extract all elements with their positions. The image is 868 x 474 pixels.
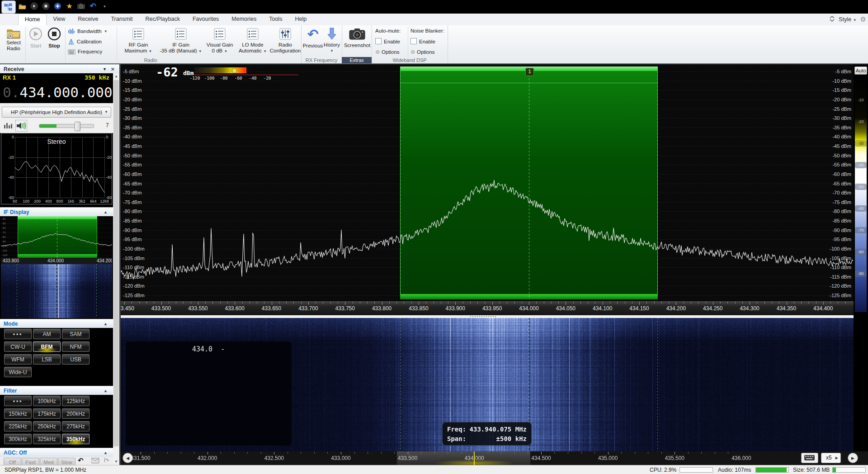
nav-scroll-right-button[interactable]: ▶ [848, 453, 858, 463]
mode-button-wideu[interactable]: Wide-U [4, 367, 32, 377]
mode-button-bfm[interactable]: BFM [33, 341, 61, 352]
screenshot-button[interactable]: Screenshot [344, 28, 371, 48]
automute-options-button[interactable]: ⚙ Options [375, 49, 400, 55]
filter-button-100khz[interactable]: 100kHz [33, 396, 61, 406]
noise-blanker-enable-checkbox[interactable]: Enable [410, 38, 435, 44]
colour-gradient-bar[interactable] [855, 78, 867, 312]
mute-speaker-button[interactable] [15, 120, 27, 132]
favourites-star-icon[interactable]: ★ [65, 2, 74, 10]
mode-button-lsb[interactable]: LSB [33, 354, 61, 365]
scroll-up-arrow[interactable]: ▲ [113, 73, 119, 80]
stop-icon[interactable] [42, 2, 50, 10]
squelch-icon[interactable]: |∿ [104, 457, 109, 463]
mode-button-cwu[interactable]: CW-U [4, 341, 32, 352]
filter-button-225khz[interactable]: 225kHz [4, 421, 32, 431]
tab-receive[interactable]: Receive [71, 14, 104, 25]
mode-button-nfm[interactable]: NFM [62, 341, 90, 352]
spectrum-frequency-ruler[interactable]: 433.450433.500433.550433.600433.650433.7… [121, 301, 854, 315]
undo-icon[interactable]: ↶ [89, 2, 97, 10]
filter-button-175khz[interactable]: 175kHz [33, 408, 61, 419]
tab-home[interactable]: Home [18, 14, 47, 25]
if-waterfall[interactable] [1, 264, 112, 318]
gain-button-rf-gain[interactable]: RF GainMaximum ▼ [118, 28, 158, 54]
notch-icon[interactable] [91, 458, 99, 464]
bandwidth-menu-button[interactable]: Bandwidth▼ [68, 28, 118, 34]
previous-frequency-button[interactable]: ↶ Previous [303, 27, 323, 49]
if-display-header[interactable]: IF Display ▲ [0, 207, 119, 216]
calibration-menu-button[interactable]: Calibration [68, 38, 115, 45]
filter-button-125khz[interactable]: 125kHz [62, 396, 90, 406]
automute-enable-checkbox[interactable]: Enable [375, 38, 400, 44]
volume-slider-thumb[interactable] [75, 122, 80, 131]
app-logo-icon[interactable] [1, 0, 16, 14]
scroll-down-arrow[interactable]: ▼ [113, 459, 119, 465]
tab-favourites[interactable]: Favourites [186, 14, 225, 25]
filter-button-325khz[interactable]: 325kHz [33, 434, 61, 444]
nav-scroll-left-button[interactable]: ◀ [123, 453, 133, 463]
gain-button-if-gain[interactable]: IF Gain-35 dB (Manual) ▼ [159, 28, 203, 54]
filter-button-275khz[interactable]: 275kHz [62, 421, 90, 431]
mode-button-usb[interactable]: USB [62, 354, 90, 365]
receive-panel-header[interactable]: Receive ▼ ✕ [0, 64, 119, 73]
select-radio-button[interactable]: Select Radio [3, 27, 24, 52]
collapse-icon[interactable]: ▲ [104, 319, 108, 328]
nav-zoom-button[interactable]: x5 ▶ [821, 453, 841, 463]
group-label-wideband-dsp: Wideband DSP [372, 57, 448, 64]
scrollbar-thumb[interactable] [113, 80, 119, 446]
add-receiver-icon[interactable] [53, 2, 62, 10]
collapse-icon[interactable]: ▲ [104, 448, 108, 457]
filter-button-350khz[interactable]: 350kHz [62, 434, 90, 444]
collapse-icon[interactable]: ▲ [104, 386, 108, 395]
filter-button-200khz[interactable]: 200kHz [62, 408, 90, 419]
tab-help[interactable]: Help [288, 14, 313, 25]
style-dropdown[interactable]: Style ▼ [839, 16, 856, 23]
mode-button-wfm[interactable]: WFM [4, 354, 32, 365]
settings-gear-icon[interactable]: ⚙ [860, 15, 866, 24]
volume-slider[interactable] [39, 124, 94, 128]
tab-memories[interactable]: Memories [225, 14, 263, 25]
mode-button-am[interactable]: AM [33, 329, 61, 339]
gain-button-lo-mode[interactable]: LO ModeAutomatic ▼ [237, 28, 269, 54]
frequency-history-button[interactable]: History ▼ [323, 27, 341, 54]
filter-button-300khz[interactable]: 300kHz [4, 434, 32, 444]
camera-icon[interactable] [77, 2, 85, 10]
tab-view[interactable]: View [47, 14, 71, 25]
tab-rec-playback[interactable]: Rec/Playback [139, 14, 186, 25]
quick-access-menu-icon[interactable]: ▾ [100, 2, 109, 10]
frequency-navigation-bar[interactable]: 431.500432.000432.500433.000433.500434.0… [121, 451, 868, 465]
if-spectrum[interactable]: -40-50-60-70-80-90-100-110-120 [1, 216, 112, 258]
filter-button-250khz[interactable]: 250kHz [33, 421, 61, 431]
start-icon[interactable] [30, 2, 38, 10]
receive-panel-scrollbar[interactable]: ▲ ▼ [113, 73, 119, 465]
stop-button[interactable]: Stop [45, 27, 63, 49]
ruler-tick [264, 302, 264, 303]
mode-button-sam[interactable]: SAM [62, 329, 90, 339]
agc-header[interactable]: AGC: Off▲ [0, 448, 119, 457]
panel-close-icon[interactable]: ✕ [111, 65, 115, 74]
open-folder-icon[interactable] [18, 2, 27, 10]
mode-button-[interactable]: ••• [4, 329, 32, 339]
collapse-icon[interactable]: ▲ [104, 208, 108, 217]
tab-transmit[interactable]: Transmit [104, 14, 139, 25]
gain-button-visual-gain[interactable]: Visual Gain0 dB ▼ [203, 28, 236, 54]
nav-keyboard-button[interactable] [801, 453, 818, 463]
ribbon-collapse-icon[interactable] [829, 15, 835, 24]
nav-ruler-tick [381, 452, 382, 454]
ruler-tick [455, 302, 456, 305]
filter-button-[interactable]: ••• [4, 396, 32, 406]
spectrum-display[interactable]: 1 -5 dBm-10 dBm-15 dBm-20 dBm-25 dBm-30 … [121, 64, 854, 451]
audio-device-dropdown[interactable]: HP (Périphérique High Definition Audio) … [2, 107, 111, 118]
auto-scale-button[interactable]: Auto [854, 66, 867, 75]
gain-button-radio[interactable]: RadioConfiguration [269, 28, 301, 54]
panel-menu-chevron-icon[interactable]: ▼ [103, 65, 107, 74]
undo-agc-icon[interactable]: ↶ [78, 456, 84, 465]
frequency-menu-button[interactable]: Frequency [68, 49, 113, 55]
frequency-display[interactable]: 0.434.000.000 [0, 81, 113, 103]
mode-header[interactable]: Mode▲ [0, 319, 119, 328]
start-button[interactable]: Start [27, 27, 44, 49]
filter-button-150khz[interactable]: 150kHz [4, 408, 32, 419]
noise-blanker-options-button[interactable]: ⚙ Options [410, 49, 435, 55]
tab-tools[interactable]: Tools [263, 14, 288, 25]
filter-header[interactable]: Filter▲ [0, 386, 119, 395]
equalizer-icon[interactable] [4, 121, 14, 129]
